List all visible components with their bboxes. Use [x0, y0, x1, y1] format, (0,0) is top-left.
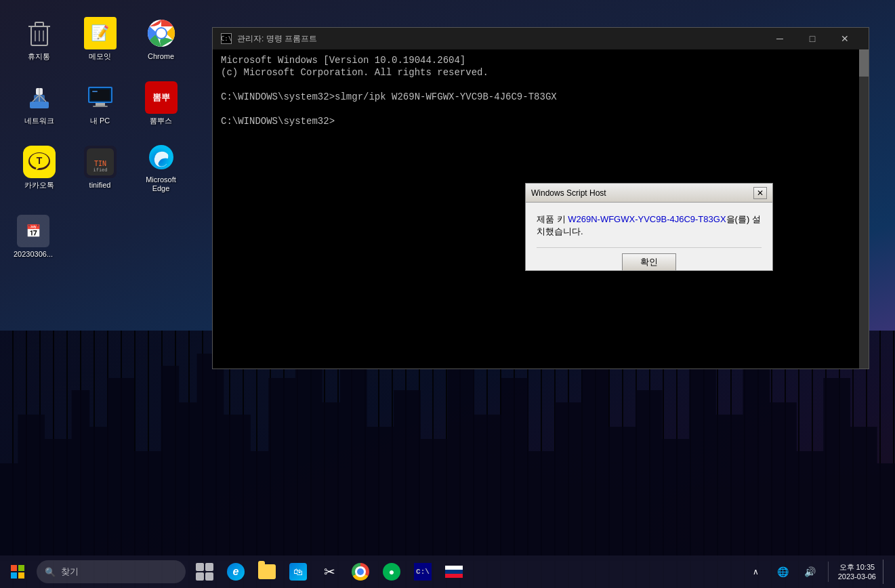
- taskbar-cmd-icon: C:\: [414, 563, 432, 581]
- desktop: 휴지통 📝 메모잇: [0, 0, 895, 588]
- windows-logo: [11, 565, 24, 579]
- svg-rect-9: [30, 102, 49, 108]
- taskview-icon: [196, 563, 213, 581]
- desktop-icons-area: 휴지통 📝 메모잇: [0, 0, 210, 555]
- kakao-label: 카카오톡: [24, 181, 54, 190]
- chrome-label: Chrome: [148, 52, 174, 61]
- wsh-ok-button[interactable]: 확인: [622, 253, 676, 271]
- svg-rect-18: [96, 103, 105, 106]
- tray-speaker-icon[interactable]: 🔊: [798, 560, 823, 584]
- desktop-icon-mypc[interactable]: 내 PC: [75, 75, 125, 132]
- network-icon: [23, 81, 56, 114]
- taskbar-edge-button[interactable]: e: [221, 557, 251, 587]
- search-placeholder: 찾기: [61, 566, 79, 578]
- tray-chevron-icon[interactable]: ∧: [744, 560, 768, 584]
- chrome-icon: [145, 17, 178, 49]
- edge-label: Microsoft Edge: [139, 175, 183, 193]
- recycle-bin-label: 휴지통: [28, 52, 50, 61]
- svg-rect-19: [93, 106, 108, 107]
- cmd-scrollbar-thumb: [859, 49, 869, 77]
- tray-network-icon[interactable]: 🌐: [771, 560, 795, 584]
- wsh-product-key: W269N-WFGWX-YVC9B-4J6C9-T83GX: [568, 214, 726, 224]
- taskbar-cmd-button[interactable]: C:\: [408, 557, 438, 587]
- wsh-dialog: Windows Script Host ✕ 제품 키 W269N-WFGWX-Y…: [525, 183, 773, 271]
- taskbar-snip-button[interactable]: ✂: [314, 557, 344, 587]
- tinified-icon: TIN ified: [84, 146, 117, 178]
- svg-text:ified: ified: [93, 167, 107, 173]
- cmd-title-icon: C:\: [221, 33, 232, 44]
- taskbar-system-tray: ∧ 🌐 🔊 오후 10:35 2023-03-06: [744, 560, 892, 584]
- desktop-icon-memo[interactable]: 📝 메모잇: [75, 10, 125, 68]
- wsh-close-button[interactable]: ✕: [753, 187, 767, 199]
- search-icon: 🔍: [45, 567, 56, 577]
- ppomppu-label: 뽐뿌스: [150, 117, 172, 125]
- wsh-message-prefix: 제품 키: [537, 214, 568, 224]
- taskbar-chrome-button[interactable]: [346, 557, 375, 587]
- network-label: 네트워크: [24, 117, 54, 125]
- taskbar-snip-icon: ✂: [324, 564, 335, 580]
- taskbar-green-icon: ●: [383, 563, 400, 581]
- taskbar-search-box[interactable]: 🔍 찾기: [37, 560, 186, 583]
- cmd-line-2: [221, 79, 860, 90]
- date-icon[interactable]: 📅 20230306...: [14, 215, 53, 259]
- desktop-icon-edge[interactable]: Microsoft Edge: [136, 139, 186, 196]
- cmd-line-0: Microsoft Windows [Version 10.0.19044.26…: [221, 55, 860, 66]
- cmd-minimize-button[interactable]: ─: [764, 30, 795, 47]
- svg-rect-21: [92, 91, 98, 92]
- svg-point-8: [157, 28, 166, 38]
- memo-label: 메모잇: [89, 52, 111, 61]
- show-desktop-button[interactable]: [883, 560, 887, 584]
- edge-icon: [145, 142, 178, 173]
- wsh-body: 제품 키 W269N-WFGWX-YVC9B-4J6C9-T83GX을(를) 설…: [526, 203, 772, 276]
- cmd-line-3: C:\WINDOWS\system32>slmgr/ipk W269N-WFGW…: [221, 91, 860, 102]
- svg-text:T: T: [36, 155, 42, 166]
- cmd-title-text: 관리자: 명령 프롬프트: [237, 33, 764, 45]
- desktop-icon-chrome[interactable]: Chrome: [136, 10, 186, 68]
- taskbar-ruflag-button[interactable]: [439, 557, 469, 587]
- wsh-separator: [537, 247, 762, 248]
- taskbar-folder-icon: [258, 564, 276, 579]
- taskbar-date: 2023-03-06: [838, 572, 876, 581]
- cmd-titlebar[interactable]: C:\ 관리자: 명령 프롬프트 ─ □ ✕: [213, 28, 869, 49]
- cmd-scrollbar[interactable]: [859, 49, 869, 369]
- wsh-title-text: Windows Script Host: [531, 188, 606, 198]
- cmd-close-button[interactable]: ✕: [829, 30, 860, 47]
- taskbar-time: 오후 10:35: [838, 562, 876, 572]
- taskbar-ruflag-icon: [445, 566, 463, 578]
- memo-icon: 📝: [84, 17, 117, 49]
- cmd-line-1: (c) Microsoft Corporation. All rights re…: [221, 67, 860, 78]
- cmd-line-4: [221, 104, 860, 114]
- desktop-icon-ppomppu[interactable]: 뽐뿌 뽐뿌스: [136, 75, 186, 132]
- desktop-icon-recycle-bin[interactable]: 휴지통: [14, 10, 64, 68]
- mypc-label: 내 PC: [90, 117, 110, 125]
- start-button[interactable]: [3, 557, 33, 587]
- svg-rect-2: [35, 22, 43, 26]
- taskbar-edge-icon: e: [227, 563, 245, 581]
- cmd-line-5: C:\WINDOWS\system32>: [221, 116, 860, 127]
- wsh-titlebar[interactable]: Windows Script Host ✕: [526, 184, 772, 203]
- recycle-bin-icon: [23, 17, 56, 49]
- taskbar-clock[interactable]: 오후 10:35 2023-03-06: [834, 561, 880, 583]
- taskbar: 🔍 찾기 e 🛍 ✂ ●: [0, 555, 895, 588]
- taskbar-store-icon: 🛍: [289, 563, 307, 581]
- mypc-icon: [84, 81, 117, 114]
- taskbar-green-app-button[interactable]: ●: [377, 557, 407, 587]
- desktop-icon-tinified[interactable]: TIN ified tinified: [75, 139, 125, 196]
- taskbar-explorer-button[interactable]: [252, 557, 282, 587]
- svg-text:TIN: TIN: [93, 160, 106, 167]
- cmd-maximize-button[interactable]: □: [797, 30, 828, 47]
- desktop-icon-kakao[interactable]: T 카카오톡: [14, 139, 64, 196]
- wsh-message: 제품 키 W269N-WFGWX-YVC9B-4J6C9-T83GX을(를) 설…: [537, 213, 762, 238]
- ppomppu-icon: 뽐뿌: [145, 81, 178, 114]
- kakao-icon: T: [23, 146, 56, 178]
- desktop-icon-network[interactable]: 네트워크: [14, 75, 64, 132]
- taskbar-chrome-icon: [352, 563, 369, 581]
- taskbar-taskview-button[interactable]: [190, 557, 220, 587]
- tinified-label: tinified: [89, 181, 111, 190]
- taskbar-store-button[interactable]: 🛍: [283, 557, 313, 587]
- date-label: 20230306...: [14, 250, 53, 259]
- cmd-controls: ─ □ ✕: [764, 30, 860, 47]
